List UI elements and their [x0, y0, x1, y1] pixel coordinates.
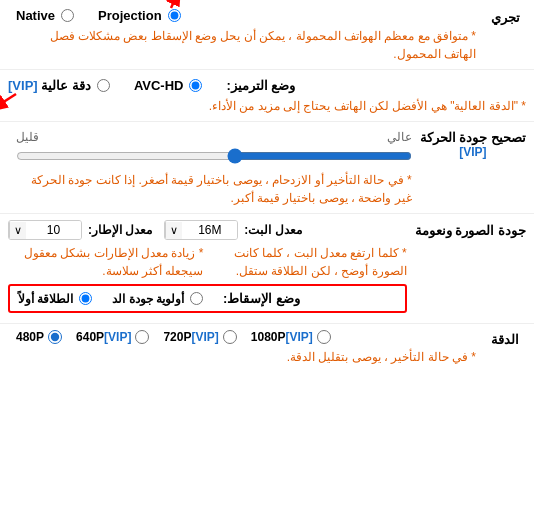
resolution-note: * في حالة التأخير ، يوصى بتقليل الدقة. — [16, 348, 476, 366]
frame-rate-input[interactable] — [26, 221, 81, 239]
motion-vip: [VIP] — [420, 145, 526, 159]
quality-content: معدل البت: ∨ معدل الإطار: ∨ * ك — [8, 220, 407, 317]
frame-rate-box: معدل الإطار: ∨ — [8, 220, 152, 240]
native-label: Native — [16, 8, 55, 23]
quality-first-label: أولوية جودة الد — [112, 292, 184, 306]
quality-first-radio[interactable] — [190, 292, 203, 305]
svg-line-3 — [0, 94, 16, 112]
bit-rate-box: معدل البت: ∨ — [164, 220, 301, 240]
motion-slider[interactable] — [16, 148, 412, 164]
resolution-section: الدقة [VIP]1080P [VIP]720P [VIP]640P 480… — [0, 324, 534, 372]
res-1080p-radio[interactable] — [317, 330, 331, 344]
quality-label: جودة الصورة ونعومة — [415, 222, 526, 240]
quality-label-col: جودة الصورة ونعومة — [415, 220, 526, 240]
red-arrow-icon — [153, 0, 189, 14]
fluency-first-radio[interactable] — [79, 292, 92, 305]
res-480p-radio[interactable] — [48, 330, 62, 344]
quality-first-option[interactable]: أولوية جودة الد — [112, 292, 203, 306]
res-720p-label: [VIP]720P — [163, 330, 218, 344]
avchd-option[interactable]: AVC-HD — [134, 78, 203, 93]
resolution-row: [VIP]1080P [VIP]720P [VIP]640P 480P — [16, 330, 476, 344]
highq-label: دقة عالية [VIP] — [8, 78, 91, 93]
stream-section: تجري Projection Native — [0, 0, 534, 70]
res-720p-radio[interactable] — [223, 330, 237, 344]
quality-section: جودة الصورة ونعومة معدل البت: ∨ معدل الإ… — [0, 214, 534, 324]
stream-radio-row: Projection Native — [16, 8, 476, 23]
res-480p[interactable]: 480P — [16, 330, 62, 344]
fluency-first-label: الطلاقة أولاً — [18, 292, 73, 306]
encoding-title: وضع الترميز: — [226, 78, 295, 93]
bit-rate-control[interactable]: ∨ — [164, 220, 238, 240]
encoding-radio-row: وضع الترميز: AVC-HD دقة عالية [VIP] — [8, 78, 526, 93]
quality-row: جودة الصورة ونعومة معدل البت: ∨ معدل الإ… — [8, 220, 526, 317]
motion-note: * في حالة التأخير أو الازدحام ، يوصى باخ… — [16, 171, 412, 207]
projection-mode-title: وضع الإسقاط: — [223, 291, 300, 306]
stream-note: * متوافق مع معظم الهواتف المحمولة ، يمكن… — [16, 27, 476, 63]
res-1080p-vip: [VIP] — [285, 330, 312, 344]
stream-content: Projection Native * متوافق مع معظم الهوا… — [8, 8, 484, 63]
res-640p-radio[interactable] — [135, 330, 149, 344]
highq-radio[interactable] — [97, 79, 110, 92]
res-640p[interactable]: [VIP]640P — [76, 330, 149, 344]
encoding-row-outer: وضع الترميز: AVC-HD دقة عالية [VIP] — [8, 78, 526, 115]
res-720p[interactable]: [VIP]720P — [163, 330, 236, 344]
res-640p-label: [VIP]640P — [76, 330, 131, 344]
encoding-note: * "الدقة العالية" هي الأفضل لكن الهاتف ي… — [8, 97, 526, 115]
encoding-section: وضع الترميز: AVC-HD دقة عالية [VIP] — [0, 70, 534, 122]
slider-wrapper[interactable] — [16, 148, 412, 167]
motion-label-col: تصحيح جودة الحركة [VIP] — [420, 130, 526, 159]
projection-option[interactable]: Projection — [98, 8, 181, 23]
avchd-radio[interactable] — [189, 79, 202, 92]
resolution-content: [VIP]1080P [VIP]720P [VIP]640P 480P * في… — [8, 330, 484, 366]
frame-rate-control[interactable]: ∨ — [8, 220, 82, 240]
slider-min-label: قليل — [16, 130, 39, 144]
encoding-arrow-icon — [0, 92, 18, 122]
highq-vip: [VIP] — [8, 78, 38, 93]
avchd-label: AVC-HD — [134, 78, 184, 93]
bit-note: * كلما ارتفع معدل البت ، كلما كانت الصور… — [211, 244, 406, 280]
svg-line-1 — [171, 0, 181, 8]
frame-rate-title: معدل الإطار: — [88, 223, 152, 237]
rate-row: معدل البت: ∨ معدل الإطار: ∨ — [8, 220, 407, 240]
motion-title: تصحيح جودة الحركة — [420, 130, 526, 145]
res-1080p-label: [VIP]1080P — [251, 330, 313, 344]
res-640p-vip: [VIP] — [104, 330, 131, 344]
resolution-label-col: الدقة — [484, 330, 526, 347]
highq-option[interactable]: دقة عالية [VIP] — [8, 78, 110, 93]
res-480p-label: 480P — [16, 330, 44, 344]
motion-section: تصحيح جودة الحركة [VIP] عالي قليل * في ح… — [0, 122, 534, 214]
bit-rate-input[interactable] — [182, 221, 237, 239]
native-radio[interactable] — [61, 9, 74, 22]
res-720p-vip: [VIP] — [191, 330, 218, 344]
native-option[interactable]: Native — [16, 8, 74, 23]
res-1080p[interactable]: [VIP]1080P — [251, 330, 331, 344]
frame-note: * زيادة معدل الإطارات بشكل معقول سيجعله … — [8, 244, 203, 280]
frame-rate-dropdown[interactable]: ∨ — [9, 222, 26, 239]
stream-label: تجري — [484, 8, 526, 25]
slider-marks: عالي قليل — [16, 130, 412, 144]
encoding-content: وضع الترميز: AVC-HD دقة عالية [VIP] — [8, 78, 526, 115]
resolution-label: الدقة — [484, 332, 526, 347]
bit-rate-dropdown[interactable]: ∨ — [165, 222, 182, 239]
projection-mode-box: وضع الإسقاط: أولوية جودة الد الطلاقة أول… — [8, 284, 407, 313]
motion-content: عالي قليل * في حالة التأخير أو الازدحام … — [8, 130, 420, 207]
fluency-first-option[interactable]: الطلاقة أولاً — [18, 292, 92, 306]
bit-rate-title: معدل البت: — [244, 223, 301, 237]
rate-notes: * كلما ارتفع معدل البت ، كلما كانت الصور… — [8, 244, 407, 280]
slider-max-label: عالي — [387, 130, 412, 144]
